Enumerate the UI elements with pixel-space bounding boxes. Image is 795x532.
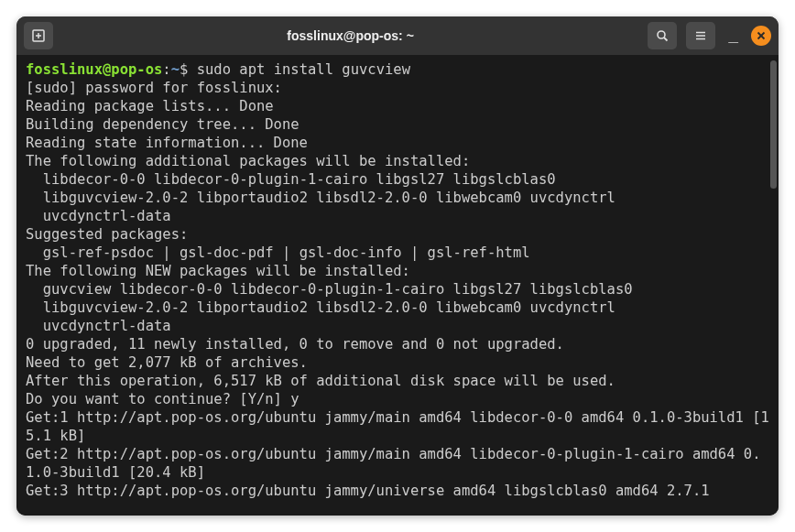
hamburger-icon <box>694 29 707 42</box>
prompt-dollar: $ <box>180 61 197 78</box>
terminal-output[interactable]: fosslinux@pop-os:~$ sudo apt install guv… <box>16 55 779 516</box>
scrollbar[interactable] <box>770 60 777 189</box>
search-icon <box>656 29 669 42</box>
new-tab-icon <box>32 29 45 42</box>
menu-button[interactable] <box>686 22 715 49</box>
titlebar-right: _ <box>648 22 771 49</box>
titlebar: fosslinux@pop-os: ~ _ <box>16 16 779 55</box>
minimize-button[interactable]: _ <box>724 26 742 42</box>
svg-point-3 <box>658 31 665 38</box>
prompt-user-host: fosslinux@pop-os <box>26 61 162 78</box>
prompt-command: sudo apt install guvcview <box>197 61 410 78</box>
window-title: fosslinux@pop-os: ~ <box>53 28 648 43</box>
close-icon <box>757 31 766 40</box>
svg-line-4 <box>664 38 668 41</box>
prompt-separator: : <box>162 61 170 78</box>
terminal-window: fosslinux@pop-os: ~ _ <box>16 16 779 516</box>
prompt-path: ~ <box>171 61 180 78</box>
search-button[interactable] <box>648 22 677 49</box>
command-output: [sudo] password for fosslinux: Reading p… <box>26 80 769 499</box>
close-button[interactable] <box>751 26 771 46</box>
new-tab-button[interactable] <box>24 22 53 49</box>
